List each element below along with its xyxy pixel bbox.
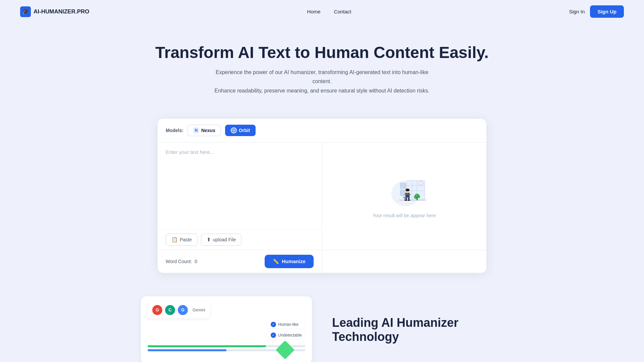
google-logo: G (152, 305, 162, 315)
card-body: 📋 Paste ⬆ upload File (158, 142, 486, 250)
nav-links: Home Contact (307, 9, 352, 15)
upload-button[interactable]: ⬆ upload File (201, 234, 242, 246)
humanize-button[interactable]: ✏️ Humanize (265, 255, 314, 268)
paste-button[interactable]: 📋 Paste (166, 234, 198, 246)
decorative-diamond (276, 340, 295, 359)
signup-button[interactable]: Sign Up (590, 5, 624, 18)
check-item-2: ✓ Undetectable (267, 331, 305, 339)
navbar: 🎓 AI-HUMANIZER.PRO Home Contact Sign In … (0, 0, 644, 23)
hero-section: Transform AI Text to Human Content Easil… (0, 23, 644, 109)
output-panel: Your result will be appear here (322, 142, 486, 250)
lower-title: Leading AI Humanizer Technology (332, 316, 503, 344)
lower-section: G C G Gemini ✓ Human-like ✓ Undetectable (121, 283, 523, 362)
chatgpt-logo: C (165, 305, 175, 315)
svg-rect-6 (400, 183, 406, 189)
logo-icon: 🎓 (20, 6, 31, 17)
card-header: Models: N Nexus ⊙ Orbit (158, 119, 486, 142)
text-input[interactable] (166, 149, 314, 223)
orbit-label: Orbit (239, 128, 250, 133)
illustration-svg (377, 174, 431, 207)
lower-text: Leading AI Humanizer Technology (332, 316, 503, 344)
nexus-model-button[interactable]: N Nexus (187, 125, 221, 136)
orbit-icon: ⊙ (231, 127, 237, 133)
action-buttons: 📋 Paste ⬆ upload File (158, 229, 322, 250)
nexus-label: Nexus (201, 128, 215, 133)
svg-point-26 (417, 195, 420, 198)
svg-rect-19 (408, 197, 410, 200)
check-icon-1: ✓ (271, 322, 276, 327)
clipboard-icon: 📋 (171, 237, 178, 243)
svg-point-17 (406, 189, 410, 191)
hero-description: Experience the power of our AI humanizer… (208, 68, 436, 95)
upload-icon: ⬆ (207, 237, 211, 243)
svg-rect-22 (404, 194, 411, 195)
orbit-model-button[interactable]: ⊙ Orbit (225, 125, 256, 136)
svg-rect-20 (405, 200, 407, 201)
lower-image: G C G Gemini ✓ Human-like ✓ Undetectable (141, 296, 312, 362)
result-text: Your result will be appear here (373, 213, 436, 218)
result-illustration: Your result will be appear here (373, 174, 436, 218)
check-item-1: ✓ Human-like (267, 320, 305, 328)
check-items: ✓ Human-like ✓ Undetectable (267, 320, 305, 339)
footer-right (322, 250, 486, 273)
signin-button[interactable]: Sign In (569, 9, 585, 14)
nav-contact[interactable]: Contact (334, 9, 352, 14)
navbar-auth: Sign In Sign Up (569, 5, 624, 18)
word-count: Word Count: 0 (166, 259, 197, 264)
svg-rect-21 (408, 200, 410, 201)
hero-title: Transform AI Text to Human Content Easil… (7, 43, 637, 62)
ai-label: Gemini (193, 308, 205, 312)
ai-logos-bar: G C G Gemini (148, 302, 210, 318)
models-label: Models: (166, 128, 183, 133)
text-area (158, 142, 322, 229)
nav-home[interactable]: Home (307, 9, 321, 14)
main-card: Models: N Nexus ⊙ Orbit 📋 Paste ⬆ uplo (158, 119, 486, 273)
nexus-icon: N (193, 127, 199, 133)
footer-left: Word Count: 0 ✏️ Humanize (158, 250, 322, 273)
gemini-logo: G (178, 305, 188, 315)
svg-rect-18 (406, 197, 407, 200)
logo-text: AI-HUMANIZER.PRO (34, 8, 89, 15)
input-panel: 📋 Paste ⬆ upload File (158, 142, 322, 250)
card-footer-row: Word Count: 0 ✏️ Humanize (158, 250, 486, 273)
svg-rect-11 (399, 200, 426, 200)
humanize-icon: ✏️ (273, 258, 279, 264)
logo[interactable]: 🎓 AI-HUMANIZER.PRO (20, 6, 89, 17)
svg-point-25 (414, 195, 417, 199)
check-icon-2: ✓ (271, 333, 276, 338)
